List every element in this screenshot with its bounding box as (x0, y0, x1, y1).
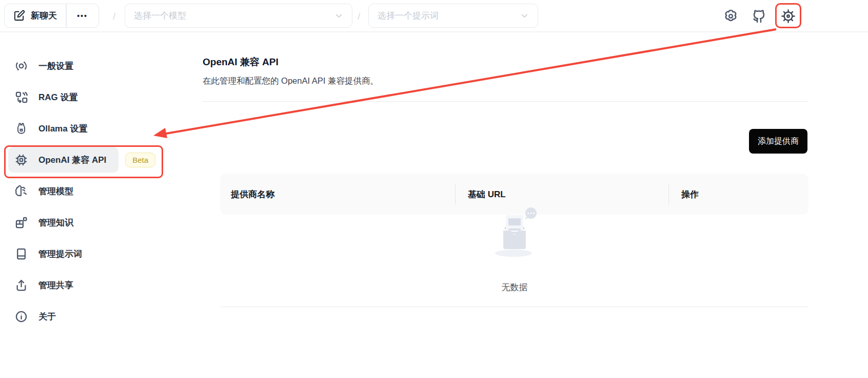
empty-state-text: 无数据 (463, 281, 566, 293)
chat-controls-group: 新聊天 ••• (4, 4, 99, 28)
info-icon (14, 310, 28, 324)
column-header-provider-name: 提供商名称 (220, 174, 455, 215)
section-divider (203, 101, 808, 102)
sidebar-item-about[interactable]: 关于 (8, 304, 188, 329)
sidebar-item-openai-compatible-api[interactable]: OpenAI 兼容 API Beta (8, 147, 188, 173)
settings-sidebar: 一般设置 RAG 设置 (8, 53, 188, 335)
new-chat-edit-icon (13, 10, 25, 22)
top-bar: 新聊天 ••• / 选择一个模型 / 选择一个提示词 (0, 0, 868, 32)
sidebar-item-label: 关于 (38, 311, 56, 323)
prompt-select-placeholder: 选择一个提示词 (378, 10, 439, 22)
sidebar-item-ollama-settings[interactable]: Ollama 设置 (8, 116, 188, 141)
page-description: 在此管理和配置您的 OpenAI API 兼容提供商。 (203, 75, 379, 87)
sidebar-item-rag-settings[interactable]: RAG 设置 (8, 84, 188, 110)
general-settings-icon (14, 59, 28, 73)
flower-theme-button[interactable] (722, 7, 739, 25)
sidebar-item-general-settings[interactable]: 一般设置 (8, 53, 188, 79)
sidebar-item-manage-prompts[interactable]: 管理提示词 (8, 241, 188, 267)
sidebar-item-manage-knowledge[interactable]: 管理知识 (8, 210, 188, 235)
sidebar-item-label: 一般设置 (38, 60, 73, 72)
page-title: OpenAI 兼容 API (203, 55, 279, 69)
sidebar-item-label: Ollama 设置 (38, 123, 87, 135)
cpu-chip-icon (14, 153, 28, 167)
sidebar-item-manage-sharing[interactable]: 管理共享 (8, 272, 188, 298)
book-icon (14, 247, 28, 261)
chevron-down-icon (521, 12, 528, 20)
sidebar-item-manage-models[interactable]: 管理模型 (8, 178, 188, 204)
new-chat-button[interactable]: 新聊天 (5, 4, 66, 27)
empty-inbox-icon (489, 206, 540, 263)
sidebar-item-label: 管理模型 (38, 185, 73, 197)
chevron-down-icon (335, 12, 343, 20)
app-window: 新聊天 ••• / 选择一个模型 / 选择一个提示词 (0, 0, 868, 378)
github-icon (751, 8, 767, 24)
ollama-llama-icon (14, 122, 28, 136)
sidebar-item-label: 管理共享 (38, 279, 73, 291)
knowledge-blocks-icon (14, 216, 28, 230)
sidebar-item-label: 管理提示词 (38, 248, 82, 260)
brain-icon (14, 184, 28, 198)
rag-flow-icon (14, 90, 28, 104)
breadcrumb-slash: / (358, 0, 360, 32)
share-upload-icon (14, 278, 28, 292)
add-provider-button[interactable]: 添加提供商 (749, 129, 807, 154)
prompt-select[interactable]: 选择一个提示词 (368, 4, 538, 28)
settings-gear-icon (780, 8, 796, 24)
breadcrumb-slash: / (113, 0, 115, 32)
model-select-placeholder: 选择一个模型 (134, 10, 186, 22)
flower-theme-icon (723, 8, 739, 24)
sidebar-item-label: RAG 设置 (38, 91, 78, 103)
settings-gear-button[interactable] (779, 7, 797, 25)
column-header-actions: 操作 (668, 174, 808, 215)
column-header-base-url: 基础 URL (455, 174, 668, 215)
chat-more-button[interactable]: ••• (67, 4, 98, 27)
section-divider (221, 307, 808, 307)
sidebar-item-label: OpenAI 兼容 API (38, 154, 106, 166)
beta-badge: Beta (125, 153, 155, 167)
github-button[interactable] (750, 7, 767, 25)
model-select[interactable]: 选择一个模型 (125, 4, 352, 28)
sidebar-item-label: 管理知识 (38, 217, 73, 229)
new-chat-label: 新聊天 (31, 10, 57, 22)
